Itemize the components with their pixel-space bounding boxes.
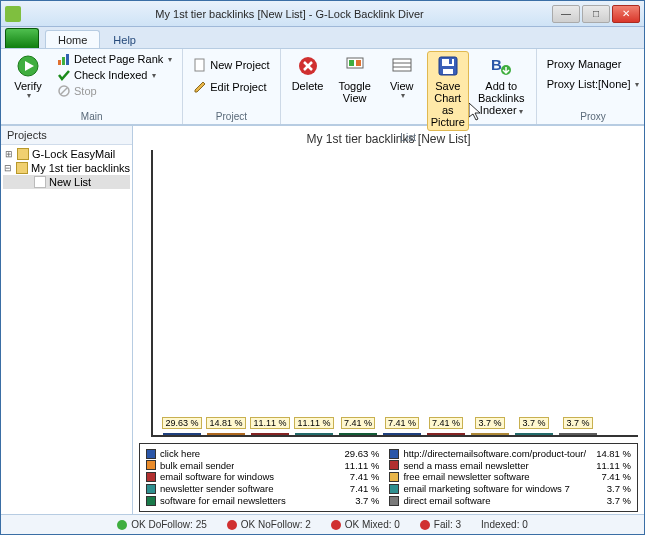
legend-item: direct email software3.7 %: [389, 495, 631, 507]
new-document-icon: [193, 58, 207, 72]
minimize-button[interactable]: —: [552, 5, 580, 23]
bar: 14.81 %: [207, 433, 245, 435]
stop-button[interactable]: Stop: [53, 83, 176, 99]
tree-item[interactable]: New List: [3, 175, 130, 189]
save-chart-button[interactable]: Save Chart as Picture: [427, 51, 469, 131]
ribbon-group-proxy: Proxy Manager Proxy List:[None]▾ Proxy: [537, 49, 645, 124]
legend-label: free email newsletter software: [403, 471, 529, 483]
fail-icon: [420, 520, 430, 530]
legend-pct: 3.7 %: [349, 495, 379, 507]
legend-swatch: [389, 449, 399, 459]
svg-rect-13: [356, 60, 361, 66]
tree-item[interactable]: ⊞ G-Lock EasyMail: [3, 147, 130, 161]
bar: 11.11 %: [251, 433, 289, 435]
legend-item: free email newsletter software7.41 %: [389, 471, 631, 483]
edit-project-button[interactable]: Edit Project: [189, 79, 273, 95]
bar-label: 11.11 %: [250, 417, 289, 429]
legend-pct: 14.81 %: [590, 448, 631, 460]
bar: 7.41 %: [427, 433, 465, 435]
tree-item[interactable]: ⊟ My 1st tier backlinks: [3, 161, 130, 175]
app-menu-orb[interactable]: [5, 28, 39, 48]
bar-label: 29.63 %: [162, 417, 201, 429]
bar: 11.11 %: [295, 433, 333, 435]
rank-icon: [57, 52, 71, 66]
legend-item: software for email newsletters3.7 %: [146, 495, 379, 507]
svg-rect-3: [62, 57, 65, 65]
legend-swatch: [389, 496, 399, 506]
bar: 3.7 %: [515, 433, 553, 435]
detect-page-rank-button[interactable]: Detect Page Rank▾: [53, 51, 176, 67]
bar: 7.41 %: [339, 433, 377, 435]
expand-icon[interactable]: ⊞: [3, 149, 14, 159]
legend-pct: 7.41 %: [344, 471, 380, 483]
status-dofollow: OK DoFollow: 25: [117, 519, 207, 530]
group-label-list: List: [287, 131, 530, 145]
window-title: My 1st tier backlinks [New List] - G-Loc…: [27, 8, 552, 20]
statusbar: OK DoFollow: 25 OK NoFollow: 2 OK Mixed:…: [1, 514, 644, 534]
legend-swatch: [146, 472, 156, 482]
status-fail: Fail: 3: [420, 519, 461, 530]
stop-icon: [57, 84, 71, 98]
legend-label: email marketing software for windows 7: [403, 483, 569, 495]
check-indexed-button[interactable]: Check Indexed▾: [53, 67, 176, 83]
window-controls: — □ ✕: [552, 5, 640, 23]
legend-swatch: [146, 460, 156, 470]
view-icon: [390, 54, 414, 78]
tab-home[interactable]: Home: [45, 30, 100, 48]
bar-label: 3.7 %: [563, 417, 592, 429]
legend-swatch: [146, 484, 156, 494]
check-icon: [57, 68, 71, 82]
svg-line-6: [61, 88, 67, 94]
titlebar: My 1st tier backlinks [New List] - G-Loc…: [1, 1, 644, 27]
bar: 3.7 %: [471, 433, 509, 435]
legend-pct: 11.11 %: [339, 460, 380, 472]
legend-pct: 3.7 %: [601, 495, 631, 507]
legend-label: http://directemailsoftware.com/product-t…: [403, 448, 586, 460]
group-label-project: Project: [189, 110, 273, 124]
legend-item: email software for windows7.41 %: [146, 471, 379, 483]
legend-item: send a mass email newsletter11.11 %: [389, 460, 631, 472]
backlinks-indexer-icon: B: [489, 54, 513, 78]
ok-icon: [227, 520, 237, 530]
chart-area: 29.63 %14.81 %11.11 %11.11 %7.41 %7.41 %…: [139, 150, 638, 437]
svg-rect-14: [393, 59, 411, 71]
view-button[interactable]: View▾: [381, 51, 423, 104]
ribbon-group-list: Delete Toggle View View▾ Save Chart as P…: [281, 49, 537, 124]
proxy-manager-button[interactable]: Proxy Manager: [543, 57, 644, 71]
legend-label: bulk email sender: [160, 460, 234, 472]
main-area: Projects ⊞ G-Lock EasyMail ⊟ My 1st tier…: [1, 125, 644, 514]
svg-rect-18: [442, 59, 454, 66]
legend-item: click here29.63 %: [146, 448, 379, 460]
toggle-view-button[interactable]: Toggle View: [333, 51, 377, 107]
legend-label: email software for windows: [160, 471, 274, 483]
maximize-button[interactable]: □: [582, 5, 610, 23]
legend-item: bulk email sender11.11 %: [146, 460, 379, 472]
chart-legend: click here29.63 %bulk email sender11.11 …: [139, 443, 638, 512]
add-backlinks-button[interactable]: B Add to Backlinks Indexer▾: [473, 51, 530, 120]
chart-bars: 29.63 %14.81 %11.11 %11.11 %7.41 %7.41 %…: [153, 150, 638, 437]
legend-swatch: [389, 484, 399, 494]
legend-pct: 11.11 %: [590, 460, 631, 472]
bar-label: 7.41 %: [429, 417, 463, 429]
bar-label: 7.41 %: [385, 417, 419, 429]
close-button[interactable]: ✕: [612, 5, 640, 23]
legend-pct: 29.63 %: [339, 448, 380, 460]
tab-help[interactable]: Help: [100, 30, 149, 48]
delete-button[interactable]: Delete: [287, 51, 329, 95]
status-mixed: OK Mixed: 0: [331, 519, 400, 530]
app-icon: [5, 6, 21, 22]
legend-item: email marketing software for windows 73.…: [389, 483, 631, 495]
legend-item: newsletter sender software7.41 %: [146, 483, 379, 495]
bar: 3.7 %: [559, 433, 597, 435]
bar-label: 3.7 %: [519, 417, 548, 429]
collapse-icon[interactable]: ⊟: [3, 163, 13, 173]
y-axis: [139, 150, 153, 437]
ok-icon: [117, 520, 127, 530]
new-project-button[interactable]: New Project: [189, 57, 273, 73]
svg-rect-19: [443, 69, 453, 74]
proxy-list-dropdown[interactable]: Proxy List:[None]▾: [543, 77, 644, 91]
toggle-view-icon: [343, 54, 367, 78]
verify-button[interactable]: Verify▾: [7, 51, 49, 104]
legend-label: software for email newsletters: [160, 495, 286, 507]
projects-tree[interactable]: ⊞ G-Lock EasyMail ⊟ My 1st tier backlink…: [1, 145, 132, 191]
